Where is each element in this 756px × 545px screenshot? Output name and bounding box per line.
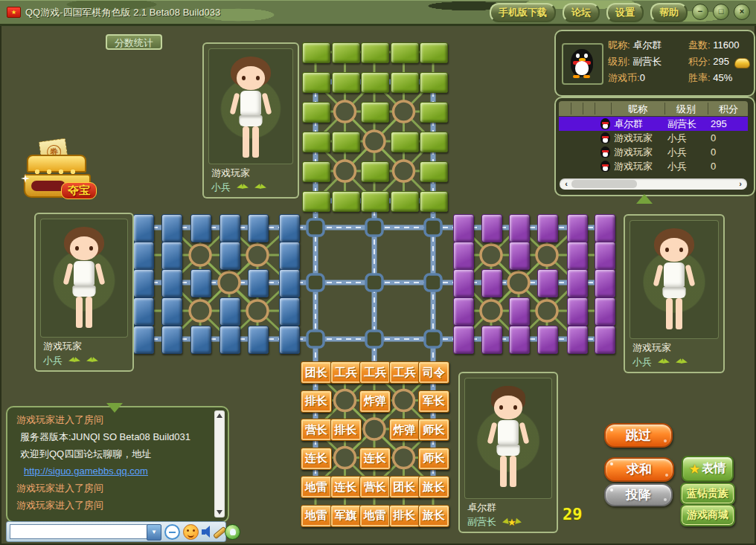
table-scrollbar[interactable]: ‹ › bbox=[560, 178, 747, 190]
board-piece-right[interactable] bbox=[509, 242, 530, 270]
board-piece-top[interactable] bbox=[420, 191, 448, 212]
board-piece-bottom[interactable]: 连长 bbox=[301, 448, 332, 470]
board-piece-top[interactable] bbox=[332, 72, 360, 93]
board-piece-right[interactable] bbox=[453, 326, 474, 354]
board-piece-right[interactable] bbox=[509, 297, 530, 326]
board-piece-left[interactable] bbox=[190, 326, 211, 354]
board-piece-top[interactable] bbox=[302, 102, 330, 123]
titlebar-button-0[interactable]: 手机版下载 bbox=[490, 3, 556, 22]
board-piece-right[interactable] bbox=[567, 269, 588, 297]
board-piece-bottom[interactable]: 军长 bbox=[418, 390, 449, 413]
board-piece-left[interactable] bbox=[133, 269, 154, 297]
board-piece-top[interactable] bbox=[302, 161, 330, 182]
board-piece-left[interactable] bbox=[279, 269, 300, 297]
board-piece-left[interactable] bbox=[279, 326, 300, 354]
board-piece-left[interactable] bbox=[248, 326, 269, 354]
board-piece-left[interactable] bbox=[190, 214, 211, 242]
board-piece-right[interactable] bbox=[595, 269, 615, 297]
board-piece-right[interactable] bbox=[481, 326, 502, 354]
titlebar-button-2[interactable]: 设置 bbox=[606, 3, 644, 22]
board-piece-bottom[interactable]: 师长 bbox=[418, 448, 449, 470]
board-piece-right[interactable] bbox=[567, 326, 588, 354]
emoticon-icon[interactable] bbox=[183, 524, 199, 540]
board-piece-right[interactable] bbox=[453, 297, 474, 326]
game-mall-button[interactable]: 游戏商城 bbox=[680, 504, 735, 526]
board-piece-bottom[interactable]: 团长 bbox=[389, 476, 420, 498]
board-piece-bottom[interactable]: 司令 bbox=[418, 361, 449, 384]
board-piece-bottom[interactable]: 团长 bbox=[301, 361, 332, 384]
board-piece-bottom[interactable]: 炸弹 bbox=[389, 419, 420, 441]
board-piece-left[interactable] bbox=[248, 269, 269, 297]
board-piece-bottom[interactable]: 旅长 bbox=[418, 476, 449, 498]
board-piece-right[interactable] bbox=[453, 214, 474, 242]
board-piece-bottom[interactable]: 排长 bbox=[301, 390, 332, 413]
board-piece-top[interactable] bbox=[361, 102, 389, 123]
board-piece-left[interactable] bbox=[279, 214, 300, 242]
board-piece-left[interactable] bbox=[279, 242, 300, 270]
board-piece-top[interactable] bbox=[420, 102, 448, 123]
board-piece-bottom[interactable]: 地雷 bbox=[301, 505, 332, 527]
board-piece-left[interactable] bbox=[220, 326, 240, 354]
board-piece-bottom[interactable]: 连长 bbox=[330, 476, 362, 498]
board-piece-bottom[interactable]: 地雷 bbox=[301, 476, 332, 498]
board-piece-bottom[interactable]: 营长 bbox=[301, 419, 332, 441]
skip-button[interactable]: 跳过 bbox=[604, 423, 673, 448]
board-piece-left[interactable] bbox=[133, 297, 154, 326]
quick-phrase-icon[interactable] bbox=[164, 524, 180, 540]
scrollbar-thumb[interactable] bbox=[571, 180, 637, 188]
board-piece-left[interactable] bbox=[161, 214, 182, 242]
board-piece-top[interactable] bbox=[420, 132, 448, 152]
close-button[interactable]: × bbox=[734, 4, 750, 20]
board-piece-left[interactable] bbox=[133, 326, 154, 354]
board-piece-bottom[interactable]: 军旗 bbox=[330, 505, 362, 527]
board-piece-top[interactable] bbox=[420, 161, 448, 182]
board-piece-right[interactable] bbox=[481, 269, 502, 297]
board-piece-top[interactable] bbox=[332, 132, 360, 152]
board-piece-top[interactable] bbox=[332, 42, 360, 63]
board-piece-left[interactable] bbox=[161, 326, 182, 354]
board-piece-right[interactable] bbox=[509, 214, 530, 242]
board-piece-right[interactable] bbox=[567, 297, 588, 326]
scroll-up-icon[interactable] bbox=[217, 413, 222, 418]
board-piece-bottom[interactable]: 连长 bbox=[359, 448, 391, 470]
board-piece-right[interactable] bbox=[509, 326, 530, 354]
board-piece-top[interactable] bbox=[361, 191, 389, 212]
board-piece-top[interactable] bbox=[391, 72, 419, 93]
scroll-down-icon[interactable] bbox=[217, 510, 222, 515]
board-piece-top[interactable] bbox=[391, 132, 419, 152]
table-row[interactable]: 游戏玩家小兵0 bbox=[559, 159, 748, 173]
table-row[interactable]: 卓尔群副营长295 bbox=[559, 117, 748, 131]
board-piece-left[interactable] bbox=[161, 242, 182, 270]
board-piece-right[interactable] bbox=[595, 242, 615, 270]
chat-history-dropdown[interactable]: ▼ bbox=[147, 524, 161, 541]
board-piece-top[interactable] bbox=[302, 72, 330, 93]
board-piece-left[interactable] bbox=[220, 214, 240, 242]
board-piece-right[interactable] bbox=[453, 269, 474, 297]
board-piece-bottom[interactable]: 工兵 bbox=[389, 361, 420, 384]
treasure-chest-button[interactable]: 券 夺宝 bbox=[21, 140, 94, 201]
board-piece-left[interactable] bbox=[279, 297, 300, 326]
score-stats-button[interactable]: 分数统计 bbox=[106, 34, 162, 50]
board-piece-top[interactable] bbox=[420, 42, 448, 63]
board-piece-right[interactable] bbox=[537, 269, 558, 297]
board-piece-left[interactable] bbox=[133, 242, 154, 270]
board-piece-bottom[interactable]: 地雷 bbox=[359, 505, 391, 527]
board-piece-top[interactable] bbox=[361, 72, 389, 93]
minimize-button[interactable]: − bbox=[692, 4, 708, 20]
board-piece-left[interactable] bbox=[190, 269, 211, 297]
board-piece-top[interactable] bbox=[420, 72, 448, 93]
surrender-button[interactable]: 投降 bbox=[604, 483, 673, 506]
board-piece-right[interactable] bbox=[595, 214, 615, 242]
table-row[interactable]: 游戏玩家小兵0 bbox=[559, 145, 748, 159]
restore-button[interactable]: □ bbox=[713, 4, 729, 20]
titlebar-button-3[interactable]: 帮助 bbox=[650, 3, 688, 22]
emote-button[interactable]: ★表情 bbox=[682, 456, 734, 482]
table-row[interactable]: 游戏玩家小兵0 bbox=[559, 131, 748, 145]
board-piece-left[interactable] bbox=[133, 214, 154, 242]
chat-link[interactable]: http://siguo.gamebbs.qq.com bbox=[10, 462, 211, 480]
board-piece-right[interactable] bbox=[537, 326, 558, 354]
board-piece-left[interactable] bbox=[248, 214, 269, 242]
scroll-right-icon[interactable]: › bbox=[735, 178, 746, 190]
chat-collapse-handle[interactable] bbox=[106, 403, 123, 413]
board-piece-right[interactable] bbox=[481, 214, 502, 242]
